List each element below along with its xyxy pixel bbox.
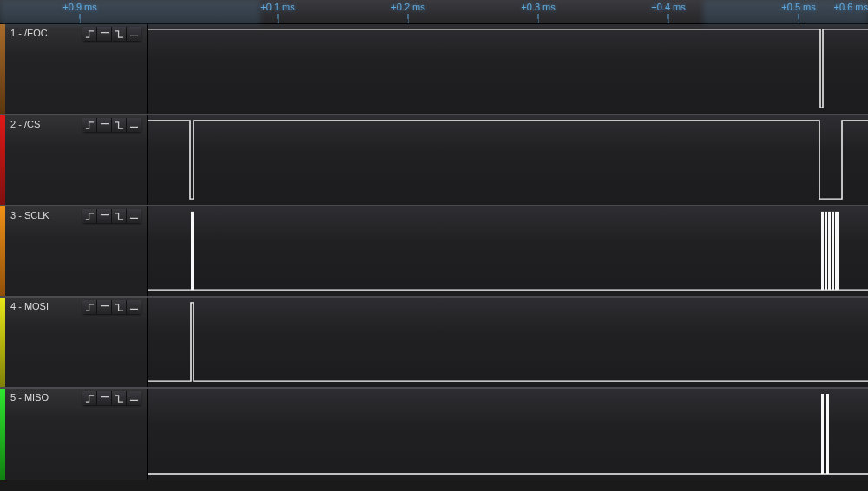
ruler-blur-left bbox=[0, 0, 260, 24]
trigger-button-group bbox=[82, 391, 141, 405]
trigger-button-group bbox=[82, 27, 141, 41]
trigger-low-button[interactable] bbox=[127, 27, 141, 41]
waveform-area-miso[interactable] bbox=[148, 389, 868, 480]
waveform-area-mosi[interactable] bbox=[148, 298, 868, 387]
channel-row-eoc: 1 - /EOC bbox=[0, 24, 868, 115]
tick-label: +0.5 ms bbox=[781, 2, 815, 12]
svg-rect-12 bbox=[835, 212, 839, 290]
trigger-rising-button[interactable] bbox=[82, 391, 97, 405]
trigger-rising-button[interactable] bbox=[82, 209, 97, 223]
trigger-high-button[interactable] bbox=[97, 209, 112, 223]
trigger-low-button[interactable] bbox=[127, 391, 141, 405]
channel-header[interactable]: 3 - SCLK bbox=[5, 206, 148, 296]
tick-label: +0.3 ms bbox=[521, 2, 555, 12]
time-ruler[interactable]: +0.9 ms ↓ +0.1 ms ↓ +0.2 ms ↓ +0.3 ms ↓ … bbox=[0, 0, 868, 24]
channel-header[interactable]: 4 - MOSI bbox=[5, 298, 148, 387]
svg-rect-10 bbox=[828, 212, 831, 290]
svg-rect-7 bbox=[191, 212, 194, 290]
trigger-falling-button[interactable] bbox=[112, 27, 127, 41]
trigger-rising-button[interactable] bbox=[82, 27, 97, 41]
tick-arrow: ↓ bbox=[406, 19, 410, 24]
trigger-falling-button[interactable] bbox=[112, 300, 127, 314]
waveform-area-sclk[interactable] bbox=[148, 206, 868, 296]
trigger-high-button[interactable] bbox=[97, 27, 112, 41]
channel-header[interactable]: 5 - MISO bbox=[5, 389, 148, 480]
channel-row-cs: 2 - /CS bbox=[0, 115, 868, 206]
trigger-low-button[interactable] bbox=[127, 209, 141, 223]
channel-row-sclk: 3 - SCLK bbox=[0, 206, 868, 298]
tick-arrow: ↓ bbox=[797, 19, 800, 24]
tick-label: +0.2 ms bbox=[391, 2, 424, 12]
channel-row-mosi: 4 - MOSI bbox=[0, 298, 868, 389]
svg-rect-19 bbox=[826, 394, 829, 474]
tick-arrow: ↓ bbox=[536, 19, 540, 24]
trigger-button-group bbox=[82, 300, 141, 314]
trigger-falling-button[interactable] bbox=[112, 118, 127, 132]
trigger-high-button[interactable] bbox=[97, 118, 112, 132]
svg-rect-11 bbox=[832, 212, 834, 290]
channels-container: 1 - /EOC 2 - /CS bbox=[0, 24, 868, 491]
trigger-low-button[interactable] bbox=[127, 118, 141, 132]
tick-arrow: ↓ bbox=[667, 19, 670, 24]
svg-rect-8 bbox=[821, 212, 824, 290]
trigger-high-button[interactable] bbox=[97, 300, 112, 314]
tick-label: +0.1 ms bbox=[260, 2, 294, 12]
trigger-high-button[interactable] bbox=[97, 391, 112, 405]
tick-arrow: ↓ bbox=[276, 19, 279, 24]
tick-label: +0.9 ms bbox=[62, 2, 96, 12]
trigger-rising-button[interactable] bbox=[82, 118, 97, 132]
trigger-falling-button[interactable] bbox=[112, 209, 127, 223]
waveform-area-cs[interactable] bbox=[148, 115, 868, 205]
trigger-button-group bbox=[82, 118, 141, 132]
channel-row-miso: 5 - MISO bbox=[0, 389, 868, 480]
channel-header[interactable]: 2 - /CS bbox=[5, 115, 148, 205]
trigger-button-group bbox=[82, 209, 141, 223]
svg-rect-18 bbox=[821, 394, 824, 474]
tick-arrow: ↓ bbox=[78, 19, 82, 24]
waveform-area-eoc[interactable] bbox=[148, 24, 868, 114]
channel-header[interactable]: 1 - /EOC bbox=[5, 24, 148, 114]
trigger-low-button[interactable] bbox=[127, 300, 141, 314]
trigger-falling-button[interactable] bbox=[112, 391, 127, 405]
svg-rect-9 bbox=[825, 212, 827, 290]
trigger-rising-button[interactable] bbox=[82, 300, 97, 314]
tick-label: +0.4 ms bbox=[651, 2, 685, 12]
tick-label: +0.6 ms bbox=[834, 2, 868, 12]
